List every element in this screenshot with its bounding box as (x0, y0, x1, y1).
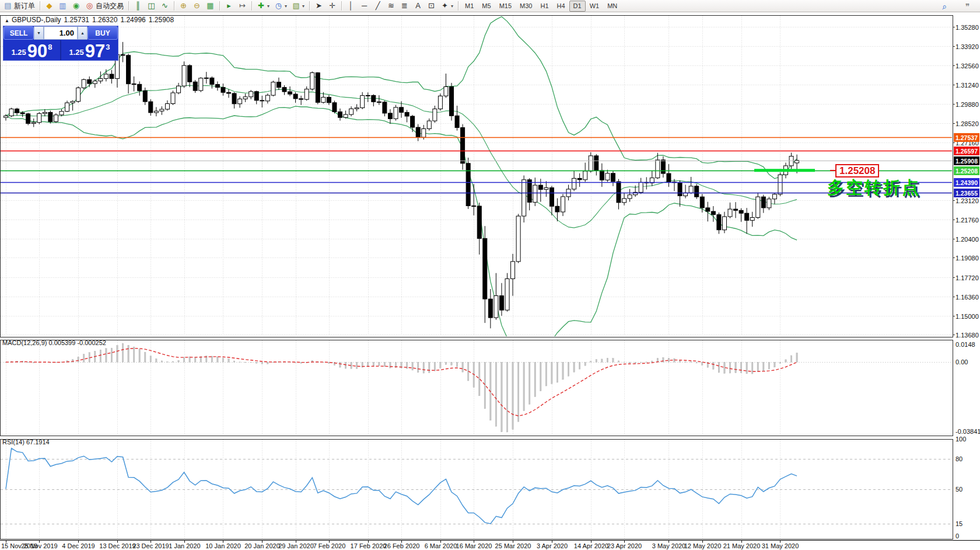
toolbar-separator (458, 1, 459, 11)
svg-text:13 Dec 2019: 13 Dec 2019 (99, 542, 135, 549)
timeframe-button-d1[interactable]: D1 (569, 1, 586, 12)
crosshair-icon: ✛ (328, 0, 337, 12)
timeframe-button-m30[interactable]: M30 (516, 1, 536, 12)
new-order-icon: ▤ (4, 0, 12, 12)
svg-text:12 May 2020: 12 May 2020 (684, 542, 722, 549)
tile-windows-icon: ▦ (206, 0, 215, 12)
highlight-segment[interactable] (754, 169, 815, 172)
cursor-icon[interactable]: ➤ (312, 0, 326, 12)
chart-shift-icon[interactable]: ↦ (236, 0, 249, 12)
periods-icon: ◷ (274, 0, 283, 12)
equidistant-channel-icon: ≋ (387, 0, 396, 12)
svg-text:25 Mar 2020: 25 Mar 2020 (495, 542, 531, 549)
dropdown-arrow-icon[interactable]: ▾ (267, 4, 270, 9)
ohlc-open: 1.25731 (64, 16, 89, 24)
svg-text:1.17720: 1.17720 (956, 274, 979, 281)
sell-price[interactable]: 1.25 90 8 (4, 40, 60, 60)
tile-windows-icon[interactable]: ▦ (204, 0, 217, 12)
templates-icon[interactable]: ▧▾ (289, 0, 307, 12)
svg-text:1.28520: 1.28520 (956, 120, 979, 127)
text-label-icon[interactable]: ⊡ (425, 0, 438, 12)
collapse-panel-icon[interactable]: ▲ (5, 18, 9, 23)
timeframe-button-w1[interactable]: W1 (586, 1, 604, 12)
indicators-icon[interactable]: ✚▾ (254, 0, 272, 12)
macd-axis-labels: 0.01480.00-0.038415 (956, 341, 980, 435)
buy-button[interactable]: BUY (88, 26, 118, 40)
svg-text:31 May 2020: 31 May 2020 (762, 542, 799, 549)
arrows-icon[interactable]: ✦▾ (438, 0, 456, 12)
timeframe-button-m15[interactable]: M15 (495, 1, 516, 12)
cursor-icon: ➤ (314, 0, 323, 12)
trendline-icon[interactable]: ╱ (371, 0, 384, 12)
auto-scroll-icon: ▸ (225, 0, 233, 12)
cn-annotation-text[interactable]: 多空转折点 (827, 176, 921, 200)
timeframe-button-m5[interactable]: M5 (478, 1, 495, 12)
fibonacci-icon[interactable]: ≣ (398, 0, 411, 12)
svg-text:1.23120: 1.23120 (956, 197, 979, 204)
vertical-line-icon: │ (346, 0, 355, 12)
horizontal-line-icon[interactable]: ─ (358, 0, 371, 12)
text-icon[interactable]: A (411, 0, 425, 12)
svg-text:10 Jan 2020: 10 Jan 2020 (205, 542, 241, 549)
svg-text:1.31240: 1.31240 (956, 82, 979, 89)
buy-price[interactable]: 1.25 97 3 (60, 40, 118, 60)
chart-window-icon[interactable]: ▥ (56, 0, 69, 12)
candlestick-chart-icon[interactable]: ◫ (145, 0, 158, 12)
gold-chart-icon[interactable]: ◆ (43, 0, 56, 12)
svg-text:15: 15 (956, 520, 963, 527)
svg-text:3 Apr 2020: 3 Apr 2020 (537, 542, 568, 549)
timeframe-button-mn[interactable]: MN (603, 1, 621, 12)
price-annotation-label[interactable]: 1.25208 (835, 164, 879, 177)
timeframe-button-h1[interactable]: H1 (536, 1, 552, 12)
chat-icon[interactable]: ❞ (961, 1, 974, 12)
svg-text:14 Apr 2020: 14 Apr 2020 (574, 542, 608, 549)
line-chart-icon[interactable]: ∿ (158, 0, 172, 12)
svg-text:29 Jan 2020: 29 Jan 2020 (278, 542, 314, 549)
chart-canvas[interactable]: 1.352801.339201.325601.312401.298801.285… (0, 0, 980, 550)
volume-input[interactable] (44, 26, 78, 40)
bar-chart-icon[interactable]: ║ (131, 0, 145, 12)
timeframe-button-m1[interactable]: M1 (461, 1, 478, 12)
gold-chart-icon: ◆ (45, 0, 54, 12)
dropdown-arrow-icon[interactable]: ▾ (302, 4, 304, 9)
sell-button[interactable]: SELL (4, 26, 34, 40)
toolbar-separator (128, 1, 129, 11)
autotrading-icon[interactable]: ◎自动交易 (83, 0, 126, 12)
trendline-icon: ╱ (373, 0, 382, 12)
volume-increase-button[interactable]: ▲ (78, 26, 88, 40)
equidistant-channel-icon[interactable]: ≋ (384, 0, 398, 12)
new-order-icon[interactable]: ▤新订单 (1, 0, 37, 12)
timeframe-button-h4[interactable]: H4 (553, 1, 569, 12)
volume-decrease-button[interactable]: ▼ (34, 26, 44, 40)
text-label-icon: ⊡ (427, 0, 436, 12)
svg-text:1.23655: 1.23655 (956, 190, 978, 197)
svg-text:1.27537: 1.27537 (956, 134, 978, 141)
ohlc-close: 1.25908 (149, 16, 174, 24)
one-click-trading-panel: SELL ▼ ▲ BUY 1.25 90 8 1.25 97 3 (3, 26, 118, 61)
zoom-out-icon[interactable]: ⊖ (190, 0, 204, 12)
toolbar-separator (174, 1, 174, 11)
autotrading-icon-label: 自动交易 (96, 1, 124, 11)
arrows-icon: ✦ (440, 0, 449, 12)
dropdown-arrow-icon[interactable]: ▾ (451, 4, 453, 9)
svg-text:7 Feb 2020: 7 Feb 2020 (313, 542, 346, 549)
search-icon[interactable]: ⌕ (938, 1, 951, 12)
svg-text:20 Jan 2020: 20 Jan 2020 (244, 542, 280, 549)
zoom-in-icon[interactable]: ⊕ (177, 0, 190, 12)
svg-text:23 Dec 2019: 23 Dec 2019 (132, 542, 169, 549)
buy-price-sup: 3 (106, 43, 110, 51)
dropdown-arrow-icon[interactable]: ▾ (285, 4, 287, 9)
periods-icon[interactable]: ◷▾ (272, 0, 289, 12)
signals-icon[interactable]: ◉ (69, 0, 83, 12)
new-order-icon-label: 新订单 (14, 1, 35, 11)
chat-icon: ❞ (963, 1, 972, 12)
svg-text:17 Feb 2020: 17 Feb 2020 (351, 542, 387, 549)
symbol-ohlc-header: ▲GBPUSD-,Daily1.257311.263201.249961.259… (5, 16, 177, 24)
crosshair-icon[interactable]: ✛ (326, 0, 339, 12)
horizontal-line-icon: ─ (360, 0, 369, 12)
svg-text:-0.038415: -0.038415 (956, 428, 980, 435)
vertical-line-icon[interactable]: │ (344, 0, 358, 12)
svg-text:3 May 2020: 3 May 2020 (652, 542, 685, 549)
auto-scroll-icon[interactable]: ▸ (222, 0, 236, 12)
svg-text:1.33920: 1.33920 (956, 43, 979, 50)
